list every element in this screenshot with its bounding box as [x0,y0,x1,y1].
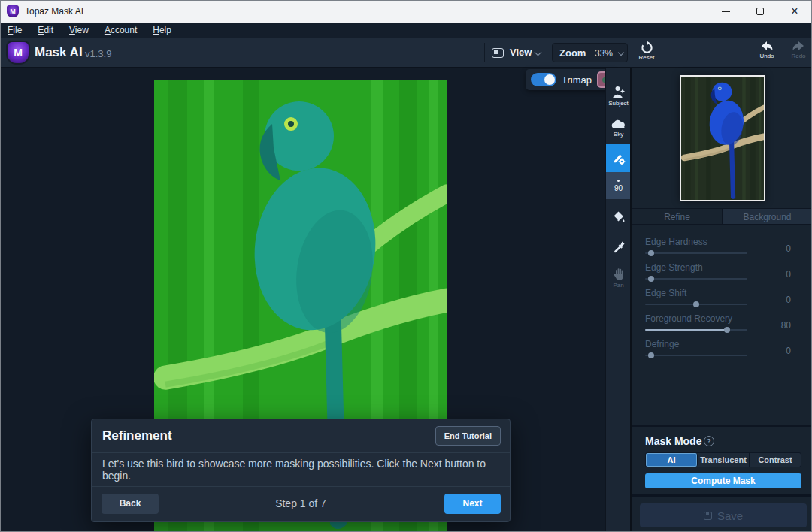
eyedropper-icon [612,240,626,254]
tool-strip: Subject Sky 90 [605,68,630,532]
slider-foreground-recovery: Foreground Recovery 80 [632,313,812,336]
slider-track[interactable] [645,355,747,356]
save-disk-icon [704,512,712,520]
chevron-down-icon [535,49,542,56]
slider-edge-hardness: Edge Hardness 0 [632,237,812,259]
slider-track[interactable] [645,278,747,280]
tab-background[interactable]: Background [722,209,812,224]
slider-knob[interactable] [648,250,654,256]
paint-bucket-icon [611,210,626,225]
help-icon[interactable]: ? [704,436,714,446]
titlebar: M Topaz Mask AI × [0,0,812,23]
slider-track[interactable] [645,329,747,331]
zoom-label: Zoom [559,47,586,59]
fill-bucket-tool-button[interactable] [606,204,631,230]
zoom-control[interactable]: Zoom 33% [552,43,628,62]
minimize-icon [722,11,730,12]
end-tutorial-button[interactable]: End Tutorial [435,426,501,446]
slider-knob[interactable] [648,276,654,282]
trimap-toggle[interactable] [531,73,556,86]
refine-brush-tool-button[interactable] [606,144,631,172]
app-header: M Mask AI v1.3.9 View Zoom 33% Reset Und… [0,38,812,68]
trimap-control: Trimap [526,69,616,90]
slider-knob[interactable] [693,301,699,307]
close-button[interactable]: × [777,0,812,23]
mask-mode-title: Mask Mode [645,435,701,447]
sky-tool-button[interactable]: Sky [606,114,631,141]
header-separator [484,43,485,62]
menubar: File Edit View Account Help [0,23,812,38]
sky-cloud-icon [611,119,626,130]
redo-icon [791,41,806,53]
brush-size-value: 90 [614,184,623,192]
slider-knob[interactable] [648,352,654,358]
brush-settings-icon [611,151,626,165]
slider-track[interactable] [645,252,747,254]
section-divider [632,425,812,427]
maximize-icon [756,8,764,15]
slider-label: Defringe [645,339,679,349]
app-version: v1.3.9 [85,48,111,59]
undo-label: Undo [759,53,774,59]
pan-hand-icon [613,268,625,281]
section-divider [632,494,812,497]
tab-refine[interactable]: Refine [632,209,722,224]
slider-defringe: Defringe 0 [632,339,812,361]
window-controls: × [708,0,812,23]
color-picker-tool-button[interactable] [606,234,631,260]
menu-file[interactable]: File [8,25,22,35]
slider-edge-shift: Edge Shift 0 [632,288,812,310]
save-label: Save [717,509,743,522]
slider-knob[interactable] [724,327,730,333]
undo-button[interactable]: Undo [753,41,780,66]
slider-label: Edge Strength [645,262,703,273]
brush-size-dot-icon [617,180,620,182]
chevron-down-icon [618,50,624,56]
slider-value: 80 [781,320,791,331]
save-button[interactable]: Save [640,503,807,527]
tutorial-body-text: Let's use this bird to showcase more mas… [92,453,510,487]
side-panel: Refine Background Edge Hardness 0 Edge S… [630,68,812,532]
slider-value: 0 [786,346,791,356]
window-title: Topaz Mask AI [25,6,83,17]
slider-edge-strength: Edge Strength 0 [632,262,812,285]
redo-button[interactable]: Redo [785,41,812,66]
maskai-logo-icon: M [8,42,29,63]
mask-mode-translucent[interactable]: Translucent [698,453,750,467]
undo-icon [759,41,774,53]
menu-view[interactable]: View [69,25,89,35]
menu-account[interactable]: Account [105,25,137,35]
pan-tool-label: Pan [613,282,623,289]
tutorial-dialog: Refinement End Tutorial Let's use this b… [91,419,511,522]
subject-tool-label: Subject [608,100,629,107]
next-button[interactable]: Next [444,494,501,514]
pan-tool-button[interactable]: Pan [606,261,631,295]
mask-mode-contrast[interactable]: Contrast [750,453,801,467]
brush-size-indicator[interactable]: 90 [606,172,631,199]
view-dropdown[interactable]: View [510,38,532,68]
tutorial-title: Refinement [102,428,172,443]
mask-mode-ai[interactable]: AI [646,453,698,467]
menu-edit[interactable]: Edit [38,25,53,35]
slider-track[interactable] [645,304,747,305]
subject-person-icon [612,85,626,99]
subject-tool-button[interactable]: Subject [606,80,631,111]
slider-label: Edge Shift [645,288,686,298]
reset-label: Reset [639,54,655,61]
reset-button[interactable]: Reset [633,41,660,66]
mask-mode-segmented-control: AI Translucent Contrast [645,452,801,467]
topaz-logo-icon: M [7,5,19,17]
zoom-value: 33% [595,48,613,59]
menu-help[interactable]: Help [153,25,171,35]
reset-icon [640,41,654,55]
redo-label: Redo [791,53,805,59]
close-icon: × [791,5,798,17]
minimize-button[interactable] [708,0,743,23]
compute-mask-button[interactable]: Compute Mask [645,473,801,488]
slider-value: 0 [786,295,791,305]
tutorial-header: Refinement End Tutorial [92,419,510,453]
sky-tool-label: Sky [614,131,623,138]
preview-thumbnail [680,75,765,201]
maximize-button[interactable] [743,0,777,23]
trimap-label: Trimap [562,74,592,86]
